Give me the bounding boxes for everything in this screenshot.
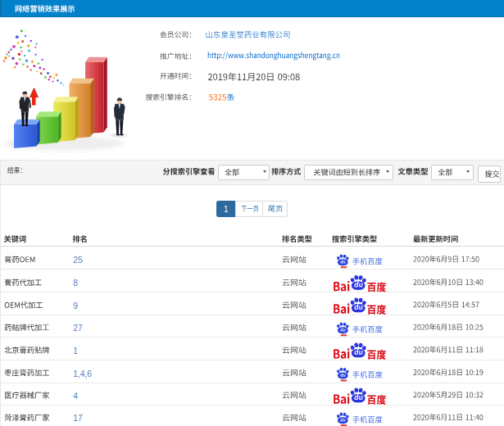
svg-text:1: 1 xyxy=(73,347,78,356)
svg-text:8: 8 xyxy=(73,279,78,288)
svg-text:9: 9 xyxy=(73,301,78,310)
svg-text:4: 4 xyxy=(73,392,78,401)
svg-text:1: 1 xyxy=(224,205,229,214)
svg-text:1,4,6: 1,4,6 xyxy=(73,369,92,378)
svg-text:27: 27 xyxy=(73,324,83,333)
svg-text:25: 25 xyxy=(73,256,83,265)
svg-text:17: 17 xyxy=(73,414,83,423)
